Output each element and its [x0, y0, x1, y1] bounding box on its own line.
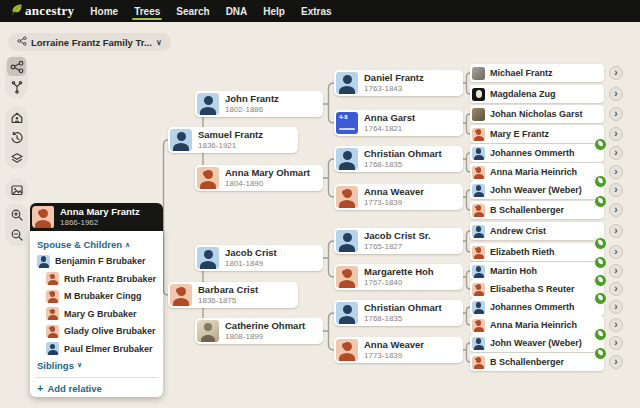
child-row[interactable]: Mary G Brubaker — [46, 307, 156, 320]
person-card-samuel-frantz[interactable]: Samuel Frantz1836-1921 — [168, 127, 298, 153]
hint-leaf-badge[interactable] — [594, 328, 607, 341]
person-dates: 1765-1827 — [364, 242, 431, 252]
pedigree-view-icon[interactable] — [7, 57, 26, 76]
person-card-christian-ohmart[interactable]: Christian Ohmart1768-1835 — [334, 146, 463, 172]
person-card-catherine-ohmart[interactable]: Catherine Ohmart1808-1899 — [195, 318, 323, 344]
ancestry-logo[interactable]: ancestry — [10, 2, 74, 20]
expand-chevron-icon[interactable]: › — [609, 127, 623, 141]
hint-leaf-badge[interactable] — [594, 175, 607, 188]
person-dates: 1836-1921 — [198, 141, 263, 151]
expand-chevron-icon[interactable]: › — [609, 183, 623, 197]
nav-trees[interactable]: Trees — [134, 0, 160, 22]
female-avatar — [197, 167, 219, 189]
child-row[interactable]: M Brubaker Cingg — [46, 290, 156, 303]
vertical-tree-icon[interactable] — [7, 77, 26, 96]
male-avatar — [197, 93, 219, 115]
person-name: Martin Hoh — [490, 266, 537, 276]
expand-chevron-icon[interactable]: › — [609, 282, 623, 296]
person-card-anna-weaver-2[interactable]: Anna Weaver1773-1839 — [334, 337, 463, 363]
relative-card-magdalena-zug[interactable]: Magdalena Zug — [470, 85, 604, 103]
expand-chevron-icon[interactable]: › — [609, 165, 623, 179]
relative-card-john-weaver[interactable]: John Weaver (Weber) — [470, 181, 604, 199]
relative-card-b-schallenberger[interactable]: B Schallenberger — [470, 201, 604, 219]
relative-card-elisabetha-s-reuter[interactable]: Elisabetha S Reuter — [470, 280, 604, 298]
person-card-jacob-crist-sr[interactable]: Jacob Crist Sr.1765-1827 — [334, 228, 463, 254]
expand-chevron-icon[interactable]: › — [609, 318, 623, 332]
person-card-anna-mary-ohmart[interactable]: Anna Mary Ohmart1804-1890 — [195, 165, 323, 191]
relative-card-elizabeth-rieth[interactable]: Elizabeth Rieth — [470, 243, 604, 261]
expand-chevron-icon[interactable]: › — [609, 245, 623, 259]
relative-card-b-schallenberger-2[interactable]: B Schallenberger — [470, 353, 604, 371]
hint-leaf-badge[interactable] — [594, 237, 607, 250]
hint-leaf-badge[interactable] — [594, 274, 607, 287]
relative-card-johannes-ommerth-2[interactable]: Johannes Ommerth — [470, 298, 604, 316]
nav-dna[interactable]: DNA — [226, 0, 248, 22]
hint-leaf-badge[interactable] — [594, 347, 607, 360]
person-card-john-frantz[interactable]: John Frantz1802-1886 — [195, 91, 323, 117]
add-relative-button[interactable]: + Add relative — [37, 383, 156, 394]
media-icon[interactable] — [7, 180, 26, 199]
nav-extras[interactable]: Extras — [301, 0, 332, 22]
top-navigation-bar: ancestry Home Trees Search DNA Help Extr… — [0, 0, 640, 22]
relative-card-andrew-crist[interactable]: Andrew Crist — [470, 222, 604, 240]
person-card-christian-ohmart-2[interactable]: Christian Ohmart1768-1835 — [334, 300, 463, 326]
expand-chevron-icon[interactable]: › — [609, 203, 623, 217]
nav-search[interactable]: Search — [176, 0, 209, 22]
female-avatar — [46, 272, 59, 285]
person-name: John Frantz — [225, 94, 279, 105]
hint-leaf-badge[interactable] — [594, 292, 607, 305]
person-dates: 1802-1886 — [225, 105, 279, 115]
expand-chevron-icon[interactable]: › — [609, 146, 623, 160]
hint-leaf-badge[interactable] — [594, 138, 607, 151]
spouse-row[interactable]: Benjamin F Brubaker — [37, 255, 156, 268]
nav-home[interactable]: Home — [90, 0, 118, 22]
person-card-daniel-frantz[interactable]: Daniel Frantz1763-1843 — [334, 70, 463, 96]
selected-person-dates: 1866-1962 — [60, 218, 140, 228]
expand-chevron-icon[interactable]: › — [609, 355, 623, 369]
person-name: Christian Ohmart — [364, 149, 442, 160]
ancestry-leaf-icon — [10, 2, 23, 20]
expand-chevron-icon[interactable]: › — [609, 264, 623, 278]
tree-selector-dropdown[interactable]: Lorraine Frantz Family Tr... ∨ — [8, 33, 171, 51]
relative-card-john-weaver-2[interactable]: John Weaver (Weber) — [470, 334, 604, 352]
expand-chevron-icon[interactable]: › — [609, 107, 623, 121]
expand-chevron-icon[interactable]: › — [609, 224, 623, 238]
relative-card-michael-frantz[interactable]: Michael Frantz — [470, 64, 604, 82]
relative-card-johannes-ommerth[interactable]: Johannes Ommerth — [470, 144, 604, 162]
home-person-icon[interactable] — [7, 108, 26, 127]
relative-card-martin-hoh[interactable]: Martin Hoh — [470, 262, 604, 280]
layers-icon[interactable] — [7, 148, 26, 167]
person-card-jacob-crist[interactable]: Jacob Crist1801-1849 — [195, 245, 323, 271]
relative-card-anna-maria-heinrich[interactable]: Anna Maria Heinrich — [470, 163, 604, 181]
history-icon[interactable] — [7, 128, 26, 147]
expand-chevron-icon[interactable]: › — [609, 336, 623, 350]
expand-chevron-icon[interactable]: › — [609, 66, 623, 80]
person-card-anna-garst[interactable]: Anna Garst1764-1821 — [334, 110, 463, 136]
toolbar-group-media — [5, 178, 28, 201]
selected-person-card-anna-mary-frantz[interactable]: Anna Mary Frantz 1866-1962 — [30, 203, 163, 231]
person-name: Samuel Frantz — [198, 130, 263, 141]
nav-help[interactable]: Help — [263, 0, 285, 22]
person-card-barbara-crist[interactable]: Barbara Crist1836-1875 — [168, 282, 298, 308]
person-dates: 1763-1843 — [364, 84, 424, 94]
relative-card-johan-nicholas-garst[interactable]: Johan Nicholas Garst — [470, 105, 604, 123]
spouse-children-toggle[interactable]: Spouse & Children ∧ — [37, 239, 156, 250]
zoom-out-icon[interactable] — [7, 225, 26, 244]
relative-card-anna-maria-heinrich-2[interactable]: Anna Maria Heinrich — [470, 316, 604, 334]
person-card-margarette-hoh[interactable]: Margarette Hoh1767-1840 — [334, 264, 463, 290]
zoom-in-icon[interactable] — [7, 205, 26, 224]
hint-leaf-badge[interactable] — [594, 256, 607, 269]
hint-leaf-badge[interactable] — [594, 195, 607, 208]
child-row[interactable]: Glady Olive Brubaker — [46, 325, 156, 338]
person-name: Barbara Crist — [198, 285, 258, 296]
child-row[interactable]: Paul Elmer Brubaker — [46, 342, 156, 355]
selected-person-flyout: Spouse & Children ∧ Benjamin F Brubaker … — [30, 231, 163, 397]
female-avatar — [472, 356, 485, 369]
expand-chevron-icon[interactable]: › — [609, 300, 623, 314]
person-name: M Brubaker Cingg — [64, 291, 142, 301]
person-card-anna-weaver[interactable]: Anna Weaver1773-1839 — [334, 184, 463, 210]
relative-card-mary-e-frantz[interactable]: Mary E Frantz — [470, 125, 604, 143]
child-row[interactable]: Ruth Frantz Brubaker — [46, 272, 156, 285]
expand-chevron-icon[interactable]: › — [609, 87, 623, 101]
siblings-toggle[interactable]: Siblings ∨ — [37, 360, 156, 371]
